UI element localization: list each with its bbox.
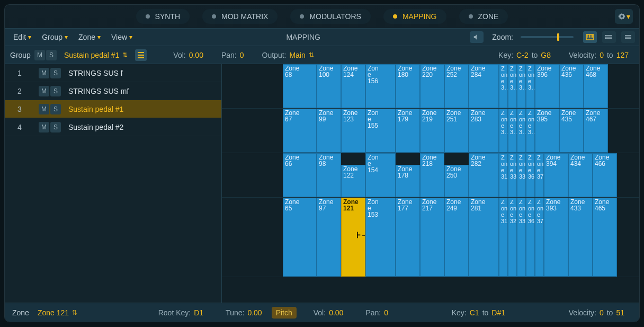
zone-cell[interactable]: Zone3… [499, 109, 508, 153]
zone-cell[interactable]: Zone3… [508, 64, 517, 108]
mute-button[interactable]: M [39, 68, 49, 78]
zone-cell[interactable]: Zone393 [544, 198, 568, 277]
zone-cell[interactable]: Zone179 [396, 109, 420, 153]
zone-cell[interactable]: Zone122 [341, 165, 365, 197]
zone-cell[interactable]: Zone3… [517, 64, 526, 108]
zone-cell[interactable]: Zone177 [396, 198, 420, 277]
zoom-slider-handle[interactable] [557, 33, 559, 41]
zone-cell[interactable]: Zone97 [317, 198, 341, 277]
group-key-range[interactable]: Key: C-2 to G8 [493, 48, 556, 62]
zone-cell[interactable]: Zone361 [526, 198, 535, 277]
menu-edit[interactable]: Edit▾ [9, 31, 35, 43]
group-row[interactable]: 3MSSustain pedal #1 [5, 100, 221, 118]
zone-cell[interactable]: Zone433 [568, 198, 593, 277]
zone-cell[interactable]: Zone67 [283, 109, 317, 153]
zone-cell[interactable]: Zone3… [526, 109, 535, 153]
zone-cell[interactable]: Zone314 [499, 153, 508, 197]
zone-cell[interactable]: Zone123 [341, 109, 365, 153]
solo-button[interactable]: S [50, 86, 61, 96]
group-row[interactable]: 1MSSTRINGS SUS f [5, 64, 221, 82]
solo-button[interactable]: S [50, 104, 61, 114]
zone-cell[interactable]: Zone434 [568, 153, 593, 197]
zone-cell[interactable]: Zone338 [517, 153, 526, 197]
zone-cell[interactable]: Zone153 [365, 198, 396, 277]
group-row[interactable]: 4MSSustain pedal #2 [5, 118, 221, 136]
tab-mapping[interactable]: MAPPING [383, 9, 446, 24]
zone-cell[interactable]: Zone378 [535, 153, 544, 197]
menu-view[interactable]: View▾ [107, 31, 137, 43]
tab-synth[interactable]: SYNTH [136, 9, 190, 24]
group-velocity-range[interactable]: Velocity: 0 to 127 [564, 48, 634, 62]
zone-cell[interactable]: Zone436 [559, 64, 584, 108]
zone-cell[interactable]: Zone3… [517, 109, 526, 153]
zone-cell[interactable]: Zone99 [317, 109, 341, 153]
zone-cell[interactable]: Zone281 [469, 198, 499, 277]
group-solo-button[interactable]: S [46, 50, 57, 60]
zone-cell[interactable]: Zone251 [444, 109, 469, 153]
zone-cell[interactable]: Zone250 [444, 165, 469, 197]
view-keyboard-icon[interactable] [583, 31, 597, 43]
zone-cell[interactable]: Zone435 [559, 109, 584, 153]
zone-cell[interactable]: Zone394 [544, 153, 568, 197]
group-list-menu-icon[interactable] [135, 49, 147, 61]
zone-key-range[interactable]: Key: C1 to D#1 [446, 306, 511, 320]
zone-cell[interactable]: Zone396 [535, 64, 559, 108]
solo-button[interactable]: S [50, 122, 61, 132]
zone-cell[interactable]: Zone395 [535, 109, 559, 153]
zone-cell[interactable]: Zone284 [469, 64, 499, 108]
zone-cell[interactable]: Zone217 [420, 198, 444, 277]
mute-button[interactable]: M [39, 104, 49, 114]
zone-selector[interactable]: Zone 121 ⇅ [33, 306, 82, 320]
zone-cell[interactable]: Zone156 [365, 64, 396, 108]
mute-button[interactable]: M [39, 86, 49, 96]
zone-cell[interactable]: Zone155 [365, 109, 396, 153]
view-zone-list-icon[interactable] [621, 31, 635, 43]
zone-cell[interactable]: Zone377 [535, 198, 544, 277]
zone-velocity-range[interactable]: Velocity: 0 to 51 [564, 306, 630, 320]
zone-cell[interactable]: Zone467 [584, 109, 608, 153]
menu-zone[interactable]: Zone▾ [74, 31, 105, 43]
zone-map[interactable]: Zone68Zone100Zone124Zone156Zone180Zone22… [222, 64, 639, 303]
tab-mod-matrix[interactable]: MOD MATRIX [202, 9, 278, 24]
zone-cell[interactable]: Zone466 [593, 153, 617, 197]
zone-cell[interactable]: Zone180 [396, 64, 420, 108]
group-selector[interactable]: Sustain pedal #1 ⇅ [60, 48, 132, 62]
zone-cell[interactable]: Zone220 [420, 64, 444, 108]
group-mute-button[interactable]: M [34, 50, 45, 60]
zone-cell[interactable]: Zone219 [420, 109, 444, 153]
solo-button[interactable]: S [50, 68, 61, 78]
zone-cell[interactable]: Zone313 [499, 198, 508, 277]
zone-pan[interactable]: Pan: 0 [360, 306, 393, 320]
zone-cell[interactable]: Zone98 [317, 153, 341, 197]
group-volume[interactable]: Vol: 0.00 [168, 48, 209, 62]
zone-cell[interactable]: Zone3… [526, 64, 535, 108]
group-row[interactable]: 2MSSTRINGS SUS mf [5, 82, 221, 100]
zone-cell[interactable]: Zone124 [341, 64, 365, 108]
group-output[interactable]: Output: Main ⇅ [257, 48, 319, 62]
zone-cell[interactable]: Zone329 [508, 198, 517, 277]
gear-menu-icon[interactable]: ▾ [615, 9, 633, 24]
zone-cell[interactable]: Zone178 [396, 165, 420, 197]
zone-cell[interactable]: Zone468 [584, 64, 608, 108]
zone-cell[interactable]: Zone154 [365, 153, 396, 197]
pitch-toggle[interactable]: Pitch [272, 307, 297, 319]
zone-cell[interactable]: Zone3… [499, 64, 508, 108]
zone-cell[interactable]: Zone362 [526, 153, 535, 197]
tab-modulators[interactable]: MODULATORS [290, 9, 371, 24]
zone-cell[interactable]: Zone252 [444, 64, 469, 108]
zone-cell[interactable]: Zone337 [517, 198, 526, 277]
zone-cell[interactable]: Zone249 [444, 198, 469, 277]
zone-cell[interactable]: Zone283 [469, 109, 499, 153]
group-pan[interactable]: Pan: 0 [216, 48, 249, 62]
menu-group[interactable]: Group▾ [38, 31, 72, 43]
view-group-list-icon[interactable] [602, 31, 616, 43]
zone-cell[interactable]: Zone282 [469, 153, 499, 197]
mute-button[interactable]: M [39, 122, 49, 132]
zone-volume[interactable]: Vol: 0.00 [308, 306, 349, 320]
zone-root-key[interactable]: Root Key: D1 [153, 306, 209, 320]
zoom-slider[interactable] [521, 36, 574, 38]
audition-toggle-icon[interactable] [470, 31, 484, 43]
zone-cell[interactable]: Zone66 [283, 153, 317, 197]
tab-zone[interactable]: ZONE [459, 9, 508, 24]
zone-cell[interactable]: Zone3… [508, 109, 517, 153]
